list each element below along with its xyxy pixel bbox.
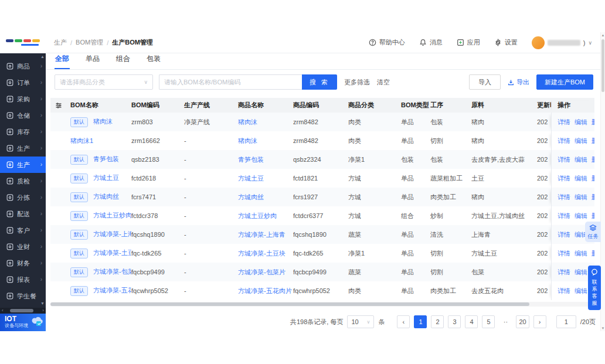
delete-link[interactable]: 删除: [592, 155, 594, 164]
column-header[interactable]: BOM编码: [131, 101, 184, 110]
delete-link[interactable]: 删除: [592, 212, 594, 220]
sidebar-item[interactable]: 生产 ›: [0, 140, 46, 157]
table-horizontal-scrollbar[interactable]: [50, 302, 594, 307]
delete-link[interactable]: 删除: [592, 118, 594, 127]
tab[interactable]: 全部: [55, 54, 70, 69]
detail-link[interactable]: 详情: [558, 174, 570, 183]
page-jump-input[interactable]: 1: [556, 315, 576, 328]
sidebar-item[interactable]: 生产 ›: [0, 157, 46, 173]
detail-link[interactable]: 详情: [558, 212, 570, 220]
prev-page-button[interactable]: ‹: [397, 315, 410, 328]
detail-link[interactable]: 详情: [558, 137, 570, 145]
customer-service-floating-button[interactable]: 联系客服: [588, 266, 601, 310]
product-name-link[interactable]: 方城净菜-土豆块: [238, 250, 285, 257]
settings-button[interactable]: 设置: [494, 38, 518, 47]
column-header[interactable]: 工序: [430, 101, 471, 110]
column-header[interactable]: 原料: [471, 101, 537, 110]
product-name-link[interactable]: 猪肉沫: [238, 118, 257, 125]
edit-link[interactable]: 编辑: [575, 212, 587, 220]
window-vertical-scrollbar[interactable]: ▲ ▼: [600, 32, 605, 331]
sidebar-item[interactable]: 订单 ›: [0, 74, 46, 91]
scrollbar-thumb[interactable]: [50, 302, 529, 306]
export-button[interactable]: 导出: [508, 78, 529, 87]
page-button[interactable]: 20: [516, 315, 529, 328]
column-header[interactable]: 商品分类: [348, 101, 401, 110]
bom-name-link[interactable]: 方城净菜-包菜片: [93, 268, 131, 275]
product-name-link[interactable]: 猪肉沫: [238, 137, 257, 144]
product-name-link[interactable]: 青笋包装: [238, 156, 264, 163]
edit-link[interactable]: 编辑: [575, 137, 587, 145]
scrollbar-thumb[interactable]: [601, 39, 604, 92]
sidebar-item[interactable]: 分拣 ›: [0, 189, 46, 206]
column-header[interactable]: BOM类型: [401, 101, 430, 110]
messages-button[interactable]: 消息: [419, 38, 443, 47]
bom-name-link[interactable]: 方城肉丝: [93, 193, 119, 200]
sidebar-item[interactable]: 库存 ›: [0, 124, 46, 140]
bom-name-link[interactable]: 方城土豆: [93, 174, 119, 181]
search-button[interactable]: 搜 索: [302, 74, 337, 90]
sidebar-scroll-down-icon[interactable]: ▼: [40, 301, 45, 305]
product-name-link[interactable]: 方城净菜-五花肉片: [238, 287, 292, 294]
scroll-left-icon[interactable]: ‹: [2, 308, 4, 313]
page-size-select[interactable]: 10 ∨: [347, 315, 374, 328]
detail-link[interactable]: 详情: [558, 287, 570, 295]
sidebar-scroll-up-icon[interactable]: ▲: [40, 55, 45, 59]
more-filters-link[interactable]: 更多筛选: [344, 78, 370, 87]
edit-link[interactable]: 编辑: [575, 155, 587, 164]
tasks-floating-button[interactable]: 任务: [585, 222, 601, 242]
sidebar-item[interactable]: 财务 ›: [0, 255, 46, 271]
product-name-link[interactable]: 方城肉丝: [238, 193, 264, 200]
next-page-button[interactable]: ›: [533, 315, 546, 328]
sidebar-item[interactable]: 商品 ›: [0, 58, 46, 74]
detail-link[interactable]: 详情: [558, 249, 570, 258]
edit-link[interactable]: 编辑: [575, 287, 587, 295]
detail-link[interactable]: 详情: [558, 155, 570, 164]
tab[interactable]: 单品: [85, 54, 100, 69]
apps-button[interactable]: 应用: [457, 38, 480, 47]
scroll-down-icon[interactable]: ▼: [601, 326, 605, 330]
help-center-button[interactable]: 帮助中心: [369, 38, 405, 47]
delete-link[interactable]: 删除: [592, 137, 594, 145]
column-header[interactable]: 生产产线: [184, 101, 238, 110]
bom-name-link[interactable]: 方城净菜-上海青: [93, 230, 131, 237]
delete-link[interactable]: 删除: [592, 249, 594, 258]
detail-link[interactable]: 详情: [558, 268, 570, 277]
breadcrumb-item[interactable]: 生产: [54, 38, 67, 47]
bom-search-input[interactable]: 请输入BOM名称/BOM编码: [159, 74, 302, 90]
bom-name-link[interactable]: 猪肉沫: [93, 118, 113, 125]
bom-name-link[interactable]: 猪肉沫1: [70, 137, 93, 144]
product-name-link[interactable]: 方城净菜-上海青: [238, 231, 285, 238]
scrollbar-thumb[interactable]: [10, 309, 33, 312]
detail-link[interactable]: 详情: [558, 118, 570, 127]
delete-link[interactable]: 删除: [592, 174, 594, 183]
page-button[interactable]: 3: [448, 315, 461, 328]
create-bom-button[interactable]: 新建生产BOM: [536, 74, 593, 90]
edit-link[interactable]: 编辑: [575, 193, 587, 202]
page-button[interactable]: ··: [499, 315, 512, 328]
column-header[interactable]: 商品编码: [293, 101, 348, 110]
column-header-updated-clipped[interactable]: 更新时间: [537, 101, 551, 110]
sidebar-item[interactable]: 质检 ›: [0, 173, 46, 189]
scroll-up-icon[interactable]: ▲: [601, 33, 605, 37]
product-name-link[interactable]: 方城土豆炒肉: [238, 212, 277, 219]
bom-name-link[interactable]: 方城净菜-土豆块: [93, 249, 131, 256]
sidebar-item[interactable]: 仓储 ›: [0, 107, 46, 124]
bom-name-link[interactable]: 方城土豆炒肉: [93, 212, 131, 219]
edit-link[interactable]: 编辑: [575, 174, 587, 183]
column-header[interactable]: BOM名称: [70, 101, 131, 110]
clear-filters-link[interactable]: 清空: [377, 78, 390, 87]
product-name-link[interactable]: 方城土豆: [238, 175, 264, 182]
detail-link[interactable]: 详情: [558, 193, 570, 202]
logo[interactable]: [0, 32, 46, 53]
delete-link[interactable]: 删除: [592, 193, 594, 202]
sidebar-item[interactable]: 学生餐 ›: [0, 288, 46, 304]
import-button[interactable]: 导入: [469, 74, 501, 90]
sidebar-item[interactable]: 配送 ›: [0, 206, 46, 222]
page-button[interactable]: 1: [414, 315, 427, 328]
tab[interactable]: 包装: [146, 54, 161, 69]
product-name-link[interactable]: 方城净菜-包菜片: [238, 268, 285, 275]
page-button[interactable]: 5: [482, 315, 495, 328]
category-select[interactable]: 请选择商品分类 ∨: [55, 74, 153, 90]
sidebar-item[interactable]: 业财 ›: [0, 239, 46, 255]
scroll-right-icon[interactable]: ›: [42, 308, 44, 313]
